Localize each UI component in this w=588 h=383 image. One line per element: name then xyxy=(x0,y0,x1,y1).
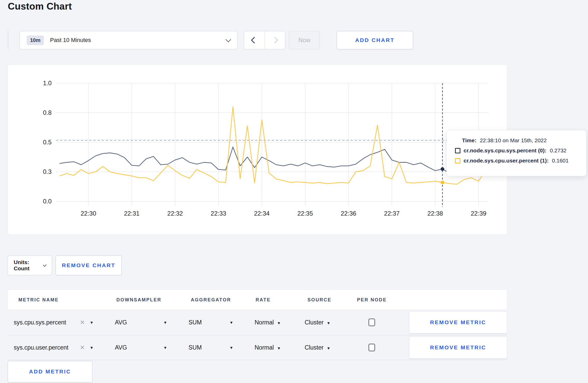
y-axis-label: 0.8 xyxy=(43,109,52,116)
next-range-button[interactable] xyxy=(264,31,285,49)
x-axis-label: 22:36 xyxy=(341,210,356,217)
source-select[interactable]: Cluster▼ xyxy=(305,319,331,326)
page-title: Custom Chart xyxy=(8,1,72,12)
series-user-swatch-icon xyxy=(455,158,460,164)
col-header-downsampler: DOWNSAMPLER xyxy=(116,297,162,303)
y-axis-label: 0.3 xyxy=(43,168,52,175)
x-axis-label: 22:34 xyxy=(254,210,270,217)
caret-down-icon[interactable]: ▼ xyxy=(229,345,233,350)
chevron-right-icon xyxy=(272,37,278,43)
caret-down-icon[interactable]: ▼ xyxy=(90,320,94,325)
time-range-label: Past 10 Minutes xyxy=(50,37,91,44)
chevron-down-icon xyxy=(226,37,231,42)
series-sys-swatch-icon xyxy=(455,148,460,153)
x-axis-label: 22:33 xyxy=(211,210,226,217)
col-header-aggregator: AGGREGATOR xyxy=(191,297,231,303)
time-range-selector[interactable]: 10m Past 10 Minutes xyxy=(19,31,237,49)
chart-hover-tooltip: Time: 22:38:10 on Mar 15th, 2022 cr.node… xyxy=(446,130,586,176)
close-icon[interactable]: ✕ xyxy=(80,344,85,351)
caret-down-icon[interactable]: ▼ xyxy=(229,320,233,325)
per-node-checkbox[interactable] xyxy=(368,318,375,326)
tooltip-series-value: 0.1601 xyxy=(552,158,569,164)
caret-down-icon[interactable]: ▼ xyxy=(163,345,167,350)
x-axis-label: 22:35 xyxy=(297,210,313,217)
y-axis-label: 0.5 xyxy=(43,139,52,146)
caret-down-icon[interactable]: ▼ xyxy=(163,320,167,325)
per-node-checkbox[interactable] xyxy=(368,344,375,351)
caret-down-icon: ▼ xyxy=(277,321,281,325)
caret-down-icon[interactable]: ▼ xyxy=(90,345,94,350)
y-axis-label: 1.0 xyxy=(43,80,52,87)
series-line-1 xyxy=(60,107,486,184)
hover-dot-1 xyxy=(441,181,444,184)
tooltip-time-label: Time: xyxy=(462,137,477,144)
series-line-0 xyxy=(60,147,486,173)
tooltip-series-label: cr.node.sys.cpu.user.percent (1): xyxy=(464,158,549,164)
chevron-down-icon xyxy=(43,263,46,267)
tooltip-time-value: 22:38:10 on Mar 15th, 2022 xyxy=(480,137,547,144)
remove-chart-button[interactable]: REMOVE CHART xyxy=(55,255,122,275)
caret-down-icon: ▼ xyxy=(327,346,331,350)
x-axis-label: 22:31 xyxy=(124,210,139,217)
col-header-rate: RATE xyxy=(256,297,271,303)
metric-name-select[interactable]: sys.cpu.user.percent xyxy=(14,344,68,351)
y-axis-label: 0.0 xyxy=(43,198,52,205)
caret-down-icon: ▼ xyxy=(277,346,281,350)
chart-card: 0.00.30.50.81.022:3022:3122:3222:3322:34… xyxy=(8,65,507,235)
aggregator-select[interactable]: SUM xyxy=(188,319,202,326)
rate-select[interactable]: Normal▼ xyxy=(255,319,281,326)
rate-select[interactable]: Normal▼ xyxy=(255,344,281,351)
tooltip-series-label: cr.node.sys.cpu.sys.percent (0): xyxy=(464,147,547,154)
remove-metric-button[interactable]: REMOVE METRIC xyxy=(409,336,507,359)
toolbar-divider xyxy=(8,31,8,49)
tooltip-series-value: 0.2732 xyxy=(550,147,566,154)
prev-range-button[interactable] xyxy=(244,31,264,49)
x-axis-label: 22:30 xyxy=(81,210,96,217)
hover-dot-0 xyxy=(441,167,444,171)
metric-name-select[interactable]: sys.cpu.sys.percent xyxy=(14,319,66,326)
table-row: sys.cpu.sys.percent ✕ ▼ AVG ▼ SUM ▼ Norm… xyxy=(8,310,507,335)
x-axis-label: 22:37 xyxy=(384,210,400,217)
units-label: Units: Count xyxy=(14,259,39,272)
downsampler-select[interactable]: AVG xyxy=(115,319,127,326)
table-row: sys.cpu.user.percent ✕ ▼ AVG ▼ SUM ▼ Nor… xyxy=(8,335,507,360)
units-dropdown[interactable]: Units: Count xyxy=(8,255,52,275)
col-header-per-node: PER NODE xyxy=(357,297,387,303)
x-axis-label: 22:38 xyxy=(428,210,443,217)
caret-down-icon: ▼ xyxy=(327,321,331,325)
add-metric-button[interactable]: ADD METRIC xyxy=(8,361,93,382)
chevron-left-icon xyxy=(251,37,257,43)
remove-metric-button[interactable]: REMOVE METRIC xyxy=(409,311,507,334)
source-select[interactable]: Cluster▼ xyxy=(305,344,331,351)
close-icon[interactable]: ✕ xyxy=(80,319,85,326)
now-button[interactable]: Now xyxy=(289,31,320,49)
cpu-percent-line-chart[interactable]: 0.00.30.50.81.022:3022:3122:3222:3322:34… xyxy=(8,65,507,234)
col-header-metric-name: METRIC NAME xyxy=(18,297,59,303)
aggregator-select[interactable]: SUM xyxy=(188,344,202,351)
time-range-badge: 10m xyxy=(27,36,44,45)
x-axis-label: 22:32 xyxy=(167,210,183,217)
metrics-table-header: METRIC NAME DOWNSAMPLER AGGREGATOR RATE … xyxy=(8,290,507,310)
x-axis-label: 22:39 xyxy=(471,210,486,217)
time-nav-group xyxy=(244,31,285,49)
add-chart-button[interactable]: ADD CHART xyxy=(337,31,413,49)
col-header-source: SOURCE xyxy=(307,297,332,303)
downsampler-select[interactable]: AVG xyxy=(115,344,127,351)
